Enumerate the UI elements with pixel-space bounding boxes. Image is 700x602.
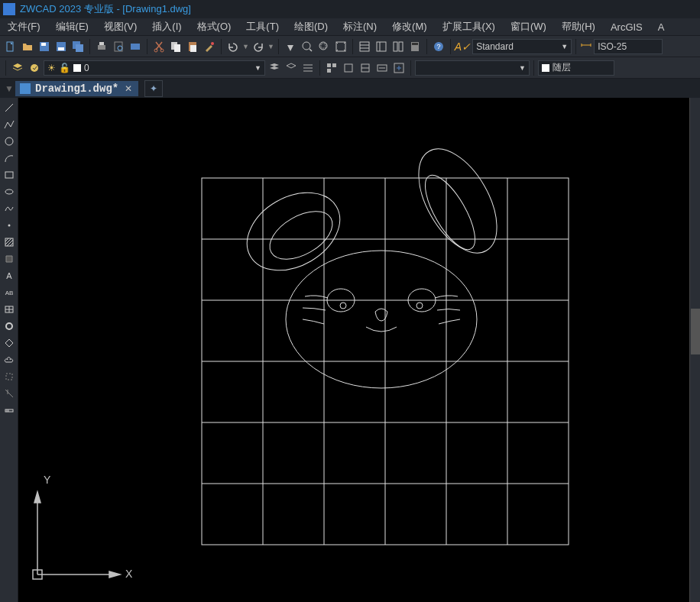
svg-point-73 — [233, 177, 354, 286]
new-tab-button[interactable]: ✦ — [144, 80, 163, 97]
block-insert-button[interactable] — [341, 60, 356, 76]
menu-view[interactable]: 视图(V) — [96, 20, 144, 34]
layer-states-button[interactable] — [27, 60, 42, 76]
publish-button[interactable] — [128, 39, 143, 54]
match-props-button[interactable] — [202, 39, 217, 54]
drawing-canvas[interactable]: Y X — [18, 98, 700, 602]
boundary-tool[interactable] — [2, 370, 16, 384]
xref-button[interactable] — [374, 60, 390, 76]
svg-rect-36 — [327, 63, 331, 67]
tab-scroll-down[interactable]: ▼ — [3, 81, 15, 96]
svg-point-81 — [416, 303, 423, 309]
menu-window[interactable]: 窗口(W) — [503, 20, 554, 34]
text-style-dropdown[interactable]: Standard ▼ — [472, 39, 572, 54]
cloud-tool[interactable] — [2, 353, 16, 367]
print-preview-button[interactable] — [111, 39, 126, 54]
block-button[interactable] — [324, 60, 339, 76]
layer-previous-button[interactable] — [267, 60, 282, 76]
align-tool[interactable] — [2, 387, 16, 400]
save-as-button[interactable] — [53, 39, 69, 54]
new-file-button[interactable] — [3, 39, 18, 54]
menu-arcgis[interactable]: ArcGIS — [603, 21, 650, 33]
rectangle-tool[interactable] — [2, 168, 16, 182]
vertical-scrollbar[interactable] — [689, 98, 700, 602]
layer-dropdown[interactable]: ☀ 🔓 0 ▼ — [44, 60, 265, 76]
line-tool[interactable] — [2, 101, 16, 115]
menu-edit[interactable]: 编辑(E) — [48, 20, 96, 34]
svg-point-76 — [416, 168, 484, 256]
circle-tool[interactable] — [2, 134, 16, 148]
layer-lock-icon: 🔓 — [59, 63, 70, 73]
menu-tools[interactable]: 工具(T) — [238, 20, 287, 34]
text-tool[interactable]: A — [2, 269, 16, 283]
menu-help[interactable]: 帮助(H) — [554, 20, 603, 34]
svg-point-19 — [303, 42, 310, 50]
menu-a[interactable]: A — [650, 21, 672, 33]
tool-palette-button[interactable] — [391, 39, 406, 54]
svg-rect-15 — [174, 44, 180, 52]
paste-button[interactable] — [185, 39, 200, 54]
color-value: 随层 — [553, 61, 571, 74]
menu-dimension[interactable]: 标注(N) — [335, 20, 384, 34]
arc-tool[interactable] — [2, 151, 16, 165]
ellipse-tool[interactable] — [2, 185, 16, 199]
svg-rect-24 — [360, 42, 369, 51]
print-button[interactable] — [94, 39, 109, 54]
spline-tool[interactable] — [2, 202, 16, 215]
dim-style-dropdown[interactable]: ISO-25 — [594, 39, 663, 54]
document-tab[interactable]: Drawing1.dwg* ✕ — [15, 81, 138, 96]
linetype-dropdown[interactable]: ▼ — [415, 60, 530, 76]
undo-button[interactable] — [225, 39, 241, 54]
point-tool[interactable] — [2, 218, 16, 232]
layer-manager-button[interactable] — [10, 60, 25, 76]
polyline-tool[interactable] — [2, 118, 16, 131]
svg-rect-29 — [394, 42, 397, 51]
help-button[interactable]: ? — [431, 39, 446, 54]
measure-tool[interactable] — [2, 403, 16, 417]
design-center-button[interactable] — [374, 39, 389, 54]
copy-button[interactable] — [168, 39, 183, 54]
svg-line-44 — [5, 104, 13, 112]
svg-rect-0 — [7, 42, 13, 51]
svg-rect-46 — [5, 172, 13, 178]
menu-modify[interactable]: 修改(M) — [384, 20, 435, 34]
svg-rect-8 — [99, 42, 104, 45]
menu-format[interactable]: 格式(O) — [190, 20, 239, 34]
redo-button[interactable] — [251, 39, 266, 54]
attach-button[interactable] — [391, 60, 407, 76]
axis-y-label: Y — [44, 474, 51, 486]
color-dropdown[interactable]: 随层 — [538, 60, 614, 76]
save-all-button[interactable] — [70, 39, 86, 54]
svg-point-75 — [403, 136, 513, 266]
svg-line-20 — [309, 49, 312, 51]
tab-close-button[interactable]: ✕ — [123, 83, 134, 94]
menu-extend[interactable]: 扩展工具(X) — [435, 20, 503, 34]
zoom-realtime-button[interactable] — [300, 39, 315, 54]
pan-button[interactable] — [283, 39, 298, 54]
table-tool[interactable] — [2, 303, 16, 316]
window-title: ZWCAD 2023 专业版 - [Drawing1.dwg] — [20, 2, 191, 16]
open-file-button[interactable] — [20, 39, 35, 54]
layer-merge-button[interactable] — [300, 60, 316, 76]
layer-iso-button[interactable] — [284, 60, 299, 76]
document-tab-bar: ▼ Drawing1.dwg* ✕ ✦ — [0, 78, 700, 98]
cut-button[interactable] — [151, 39, 167, 54]
hatch-tool[interactable] — [2, 235, 16, 249]
save-button[interactable] — [37, 39, 52, 54]
region-tool[interactable] — [2, 252, 16, 266]
menu-insert[interactable]: 插入(I) — [144, 20, 189, 34]
drawing-content: Y X — [18, 98, 700, 602]
menu-draw[interactable]: 绘图(D) — [287, 20, 335, 34]
block-edit-button[interactable] — [358, 60, 373, 76]
properties-button[interactable] — [357, 39, 372, 54]
dim-style-value: ISO-25 — [598, 41, 627, 52]
zoom-window-button[interactable] — [316, 39, 332, 54]
zoom-extents-button[interactable] — [333, 39, 348, 54]
calculator-button[interactable] — [407, 39, 423, 54]
mtext-tool[interactable]: AB — [2, 286, 16, 299]
donut-tool[interactable] — [2, 319, 16, 333]
dimension-icon — [580, 39, 592, 53]
menu-file[interactable]: 文件(F) — [0, 20, 48, 34]
wipeout-tool[interactable] — [2, 336, 16, 350]
svg-point-45 — [5, 138, 13, 145]
